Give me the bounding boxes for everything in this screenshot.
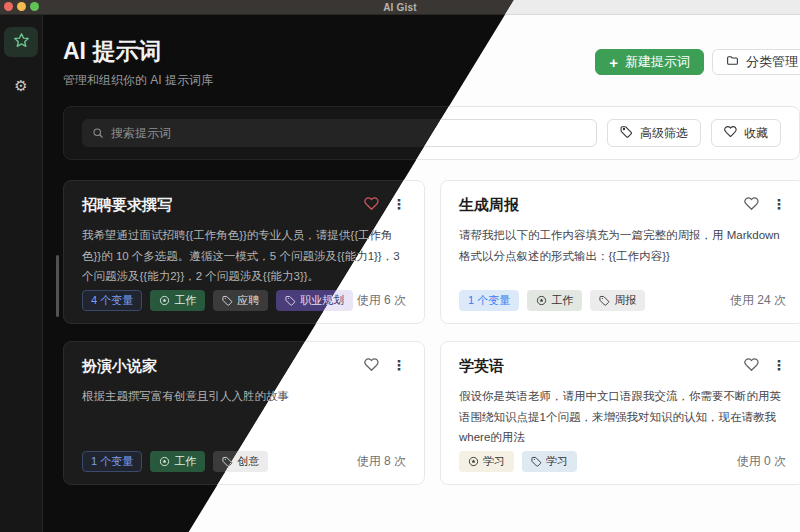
advanced-filter-button[interactable]: 高级筛选 xyxy=(607,119,701,147)
card-footer: 学习学习 使用 0 次 xyxy=(459,451,786,472)
sidebar-item-prompts[interactable] xyxy=(4,27,38,57)
tag-list: 1 个变量工作周报 xyxy=(459,290,645,311)
tag-chip[interactable]: 周报 xyxy=(590,290,645,311)
card-actions: ⋮ xyxy=(364,357,406,372)
card-header: 学英语 ⋮ xyxy=(459,357,786,376)
gear-icon: ⚙ xyxy=(14,79,27,94)
new-prompt-button[interactable]: + 新建提示词 xyxy=(595,49,704,75)
tag-chip[interactable]: 工作 xyxy=(150,290,205,311)
heart-icon xyxy=(724,125,737,141)
tag-chip[interactable]: 学习 xyxy=(522,451,577,472)
zoom-window-button[interactable] xyxy=(30,2,39,11)
prompt-card[interactable]: 学英语 ⋮ 假设你是英语老师，请用中文口语跟我交流，你需要不断的用英语围绕知识点… xyxy=(440,341,800,485)
advanced-filter-label: 高级筛选 xyxy=(640,125,688,142)
card-footer: 1 个变量工作周报 使用 24 次 xyxy=(459,290,786,311)
card-header: 生成周报 ⋮ xyxy=(459,196,786,215)
tag-chip[interactable]: 4 个变量 xyxy=(82,290,142,311)
tag-chip[interactable]: 学习 xyxy=(459,451,514,472)
sidebar: ⚙ xyxy=(0,15,43,532)
tag-list: 4 个变量工作应聘职业规划 xyxy=(82,290,353,311)
folder-icon xyxy=(726,54,739,70)
window-title: AI Gist xyxy=(383,2,417,13)
tag-chip[interactable]: 工作 xyxy=(150,451,205,472)
tag-icon xyxy=(620,125,633,141)
more-menu-button[interactable]: ⋮ xyxy=(772,197,786,211)
more-menu-button[interactable]: ⋮ xyxy=(392,197,406,211)
usage-count: 使用 8 次 xyxy=(357,453,406,470)
star-icon xyxy=(13,32,30,53)
plus-icon: + xyxy=(609,55,618,70)
window-controls xyxy=(4,2,39,11)
usage-count: 使用 24 次 xyxy=(730,292,786,309)
favorite-button[interactable] xyxy=(364,357,379,372)
prompt-card-title: 扮演小说家 xyxy=(82,357,157,376)
favorites-filter-button[interactable]: 收藏 xyxy=(711,119,781,147)
tag-chip[interactable]: 应聘 xyxy=(213,290,268,311)
tag-chip[interactable]: 1 个变量 xyxy=(459,290,519,311)
usage-count: 使用 0 次 xyxy=(737,453,786,470)
header-actions: + 新建提示词 分类管理 xyxy=(595,49,800,75)
prompt-card-description: 请帮我把以下的工作内容填充为一篇完整的周报，用 Markdown 格式以分点叙述… xyxy=(459,225,786,266)
prompt-card-description: 假设你是英语老师，请用中文口语跟我交流，你需要不断的用英语围绕知识点提1个问题，… xyxy=(459,386,786,448)
prompt-card-title: 学英语 xyxy=(459,357,504,376)
page-subtitle: 管理和组织你的 AI 提示词库 xyxy=(63,72,213,89)
card-header: 招聘要求撰写 ⋮ xyxy=(82,196,406,215)
usage-count: 使用 6 次 xyxy=(357,292,406,309)
scrollbar-thumb[interactable] xyxy=(56,255,59,317)
sidebar-item-settings[interactable]: ⚙ xyxy=(4,71,38,101)
favorite-button[interactable] xyxy=(744,196,759,211)
tag-chip[interactable]: 1 个变量 xyxy=(82,451,142,472)
close-window-button[interactable] xyxy=(4,2,13,11)
page-title: AI 提示词 xyxy=(63,37,213,65)
tag-list: 学习学习 xyxy=(459,451,577,472)
prompt-card-title: 招聘要求撰写 xyxy=(82,196,172,215)
tag-chip[interactable]: 工作 xyxy=(527,290,582,311)
card-actions: ⋮ xyxy=(744,357,786,372)
category-manage-button[interactable]: 分类管理 xyxy=(712,49,800,75)
favorites-filter-label: 收藏 xyxy=(744,125,768,142)
category-manage-label: 分类管理 xyxy=(746,53,798,71)
favorite-button[interactable] xyxy=(364,196,379,211)
more-menu-button[interactable]: ⋮ xyxy=(392,358,406,372)
prompt-card[interactable]: 生成周报 ⋮ 请帮我把以下的工作内容填充为一篇完整的周报，用 Markdown … xyxy=(440,180,800,324)
new-prompt-label: 新建提示词 xyxy=(625,53,690,71)
minimize-window-button[interactable] xyxy=(17,2,26,11)
page-heading-block: AI 提示词 管理和组织你的 AI 提示词库 xyxy=(63,37,213,89)
favorite-button[interactable] xyxy=(744,357,759,372)
prompt-card-title: 生成周报 xyxy=(459,196,519,215)
card-actions: ⋮ xyxy=(744,196,786,211)
more-menu-button[interactable]: ⋮ xyxy=(772,358,786,372)
search-icon xyxy=(92,127,104,139)
